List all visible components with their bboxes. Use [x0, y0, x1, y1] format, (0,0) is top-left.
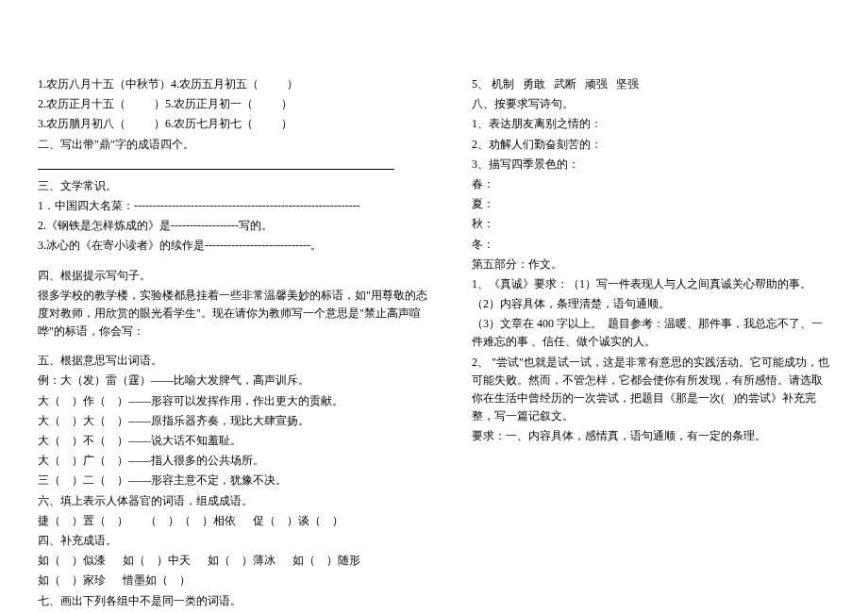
s7-line5: 5、 机制 勇敢 武断 顽强 坚强 [472, 75, 830, 93]
s6-heading: 六、填上表示人体器官的词语，组成成语。 [38, 492, 434, 510]
s8-winter: 冬： [472, 236, 830, 254]
s4-para: 很多学校的教学楼，实验楼都悬挂着一些非常温馨美妙的标语，如"用尊敬的态度对教师，… [38, 287, 434, 341]
s5-line5: 三（ ）二（ ）——形容主意不定，犹豫不决。 [38, 472, 434, 489]
s1-line3: 3.农历腊月初八（ ）6.农历七月初七（ ） [38, 115, 434, 133]
s7-heading: 七、画出下列各组中不是同一类的词语。 [38, 592, 434, 610]
s8-line1: 1、表达朋友离别之情的： [472, 115, 830, 133]
s1-line2: 2.农历正月十五（ ）5.农历正月初一（ ） [38, 95, 434, 113]
s5-heading: 五、根据意思写出词语。 [38, 352, 434, 370]
sbu-line1: 如（ ）似漆 如（ ）中天 如（ ）薄冰 如（ ）随形 [38, 552, 434, 570]
s8-spring: 春： [472, 175, 830, 193]
s8-autumn: 秋： [472, 215, 830, 233]
sbu-heading: 四、补充成语。 [38, 532, 434, 550]
divider [38, 169, 394, 170]
s5-line1: 大（ ）作（ ）——形容可以发挥作用，作出更大的贡献。 [38, 392, 434, 410]
p5-heading: 第五部分：作文。 [472, 256, 830, 273]
s8-line3: 3、描写四季景色的： [472, 156, 830, 174]
s3-line1: 1．中国四大名菜：-------------------------------… [38, 197, 434, 215]
p5-essay1-l1: 1、《真诚》要求：（1）写一件表现人与人之间真诚关心帮助的事。 [472, 275, 830, 293]
p5-req: 要求：一、内容具体，感情真，语句通顺，有一定的条理。 [472, 427, 830, 445]
p5-essay2: 2、 "尝试"也就是试一试，这是非常有意思的实践活动。它可能成功，也可能失败。然… [472, 354, 830, 426]
s5-example: 例：大（发）雷（霆）——比喻大发脾气，高声训斥。 [38, 372, 434, 389]
s3-heading: 三、文学常识。 [38, 177, 434, 195]
p5-essay1-l2: （2）内容具体，条理清楚，语句通顺。 [472, 295, 830, 313]
s8-heading: 八、按要求写诗句。 [472, 95, 830, 113]
s8-summer: 夏： [472, 195, 830, 213]
s8-line2: 2、劝解人们勤奋刻苦的： [472, 136, 830, 154]
s3-line2: 2.《钢铁是怎样炼成的》是------------------写的。 [38, 217, 434, 235]
s5-line4: 大（ ）广（ ）——指人很多的公共场所。 [38, 452, 434, 470]
s4-heading: 四、根据提示写句子。 [38, 267, 434, 285]
p5-essay1-l3: （3）文章在 400 字以上。 题目参考：温暖、那件事，我总忘不了、一件难忘的事… [472, 315, 830, 351]
s6-line1: 捷（ ）置（ ） （ ）（ ）相依 促（ ）谈（ ） [38, 512, 434, 530]
sbu-line2: 如（ ）家珍 惜墨如（ ） [38, 572, 434, 589]
s1-line1: 1.农历八月十五（中秋节）4.农历五月初五（ ） [38, 75, 434, 93]
s5-line2: 大（ ）大（ ）——原指乐器齐奏，现比大肆宣扬。 [38, 412, 434, 430]
s1-line4: 二、写出带"鼎"字的成语四个。 [38, 136, 434, 154]
s5-line3: 大（ ）不（ ）——说大话不知羞耻。 [38, 432, 434, 450]
s3-line3: 3.冰心的《在寄小读者》的续作是------------------------… [38, 237, 434, 255]
